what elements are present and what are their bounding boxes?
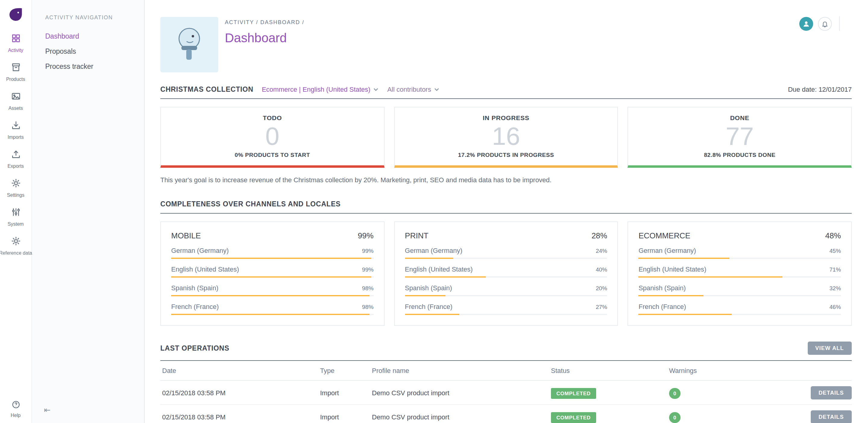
stat-card-todo: TODO 0 0% PRODUCTS TO START bbox=[160, 107, 384, 168]
channel-name: PRINT bbox=[405, 231, 428, 240]
column-header-date: Date bbox=[162, 367, 320, 374]
main-nav-rail: Activity Products Assets Imports Exports bbox=[0, 0, 31, 423]
locale-percent: 27% bbox=[596, 304, 607, 310]
subnav-item-process-tracker[interactable]: Process tracker bbox=[45, 63, 144, 70]
breadcrumb[interactable]: ACTIVITY / DASHBOARD / bbox=[225, 19, 852, 25]
completeness-bar bbox=[171, 276, 373, 278]
operations-table: Date Type Profile name Status Warnings 0… bbox=[160, 361, 852, 423]
locale-name: German (Germany) bbox=[639, 247, 696, 254]
details-button[interactable]: DETAILS bbox=[811, 410, 852, 423]
project-divider bbox=[160, 98, 852, 99]
locale-row: Spanish (Spain)98% bbox=[171, 284, 373, 296]
chevron-down-icon bbox=[434, 87, 439, 92]
stat-caption: 17.2% PRODUCTS IN PROGRESS bbox=[458, 151, 554, 158]
notifications-bell-icon[interactable] bbox=[818, 17, 832, 30]
channel-percent: 48% bbox=[825, 231, 841, 240]
collapse-sidebar-icon[interactable]: ⇤ bbox=[44, 405, 51, 415]
locale-percent: 45% bbox=[830, 247, 841, 254]
operations-header: LAST OPERATIONS VIEW ALL bbox=[160, 342, 852, 355]
cell-date: 02/15/2018 03:58 PM bbox=[162, 413, 320, 420]
project-description: This year's goal is to increase revenue … bbox=[160, 176, 852, 184]
sidebar-item-products[interactable]: Products bbox=[0, 58, 31, 87]
cell-date: 02/15/2018 03:58 PM bbox=[162, 389, 320, 396]
locale-percent: 46% bbox=[830, 304, 841, 310]
locale-percent: 32% bbox=[830, 285, 841, 291]
stat-card-in-progress: IN PROGRESS 16 17.2% PRODUCTS IN PROGRES… bbox=[394, 107, 618, 168]
locale-percent: 24% bbox=[596, 247, 607, 254]
sidebar-item-label: Exports bbox=[7, 164, 24, 169]
completeness-bar bbox=[405, 258, 607, 259]
locale-percent: 99% bbox=[362, 266, 373, 273]
locale-name: French (France) bbox=[639, 303, 686, 310]
project-header: CHRISTMAS COLLECTION Ecommerce | English… bbox=[160, 86, 852, 93]
sidebar-item-exports[interactable]: Exports bbox=[0, 145, 31, 174]
stat-value: 77 bbox=[726, 124, 754, 149]
contributors-dropdown[interactable]: All contributors bbox=[387, 86, 440, 93]
completeness-bar bbox=[171, 314, 373, 315]
column-header-profile: Profile name bbox=[372, 367, 551, 374]
locale-percent: 98% bbox=[362, 285, 373, 291]
completeness-bar bbox=[405, 295, 607, 296]
gear-icon bbox=[10, 236, 21, 249]
activity-subnav: ACTIVITY NAVIGATION Dashboard Proposals … bbox=[31, 0, 145, 423]
gear-icon bbox=[10, 178, 21, 191]
channel-header: ECOMMERCE 48% bbox=[639, 231, 841, 240]
stat-caption: 82.8% PRODUCTS DONE bbox=[704, 151, 775, 158]
app-root: Activity Products Assets Imports Exports bbox=[0, 0, 868, 423]
sidebar-item-label: Reference data bbox=[0, 250, 32, 256]
status-badge: COMPLETED bbox=[551, 388, 596, 399]
sidebar-item-activity[interactable]: Activity bbox=[0, 29, 31, 58]
header-actions bbox=[799, 16, 840, 31]
locale-percent: 40% bbox=[596, 266, 607, 273]
sidebar-item-system[interactable]: System bbox=[0, 203, 31, 232]
locale-name: French (France) bbox=[405, 303, 453, 310]
column-header-type: Type bbox=[320, 367, 372, 374]
completeness-bar bbox=[639, 258, 841, 259]
sidebar-item-reference-data[interactable]: Reference data bbox=[0, 232, 31, 261]
cards-grid-icon bbox=[10, 33, 21, 46]
completeness-bar bbox=[639, 295, 841, 296]
import-download-icon bbox=[10, 120, 21, 133]
completeness-bar bbox=[639, 276, 841, 278]
akeneo-logo[interactable] bbox=[7, 6, 25, 24]
subnav-item-dashboard[interactable]: Dashboard bbox=[45, 33, 144, 40]
help-button[interactable]: Help bbox=[0, 400, 31, 418]
sidebar-item-settings[interactable]: Settings bbox=[0, 174, 31, 203]
subnav-title: ACTIVITY NAVIGATION bbox=[45, 15, 144, 21]
cell-profile: Demo CSV product import bbox=[372, 413, 551, 420]
sidebar-item-imports[interactable]: Imports bbox=[0, 116, 31, 145]
completeness-channels: MOBILE 99% German (Germany)99% English (… bbox=[160, 222, 852, 326]
channel-card-mobile: MOBILE 99% German (Germany)99% English (… bbox=[160, 222, 384, 326]
channel-locale-dropdown[interactable]: Ecommerce | English (United States) bbox=[262, 86, 379, 93]
channel-percent: 99% bbox=[358, 231, 373, 240]
locale-row: Spanish (Spain)32% bbox=[639, 284, 841, 296]
channel-name: ECOMMERCE bbox=[639, 231, 690, 240]
completeness-bar bbox=[405, 276, 607, 278]
subnav-item-proposals[interactable]: Proposals bbox=[45, 48, 144, 55]
sidebar-item-label: Activity bbox=[8, 48, 24, 53]
status-badge: COMPLETED bbox=[551, 412, 596, 423]
column-header-warnings: Warnings bbox=[669, 367, 805, 374]
view-all-button[interactable]: VIEW ALL bbox=[807, 342, 852, 355]
user-avatar[interactable] bbox=[799, 17, 813, 30]
channel-name: MOBILE bbox=[171, 231, 201, 240]
page-header: ACTIVITY / DASHBOARD / Dashboard bbox=[160, 0, 852, 79]
locale-percent: 98% bbox=[362, 304, 373, 310]
details-button[interactable]: DETAILS bbox=[811, 386, 852, 399]
image-icon bbox=[10, 91, 21, 104]
locale-row: Spanish (Spain)20% bbox=[405, 284, 607, 296]
locale-row: German (Germany)99% bbox=[171, 247, 373, 259]
main-content: ACTIVITY / DASHBOARD / Dashboard CHRISTM… bbox=[145, 0, 868, 423]
channel-percent: 28% bbox=[592, 231, 607, 240]
help-label: Help bbox=[11, 413, 21, 418]
sidebar-item-assets[interactable]: Assets bbox=[0, 87, 31, 116]
completeness-divider bbox=[160, 213, 852, 214]
stat-label: IN PROGRESS bbox=[483, 114, 530, 121]
locale-row: French (France)27% bbox=[405, 303, 607, 315]
completeness-bar bbox=[171, 295, 373, 296]
locale-row: French (France)98% bbox=[171, 303, 373, 315]
sidebar-item-label: Settings bbox=[7, 193, 24, 198]
completeness-bar bbox=[639, 314, 841, 315]
locale-name: English (United States) bbox=[171, 265, 239, 273]
stat-value: 16 bbox=[492, 124, 520, 149]
